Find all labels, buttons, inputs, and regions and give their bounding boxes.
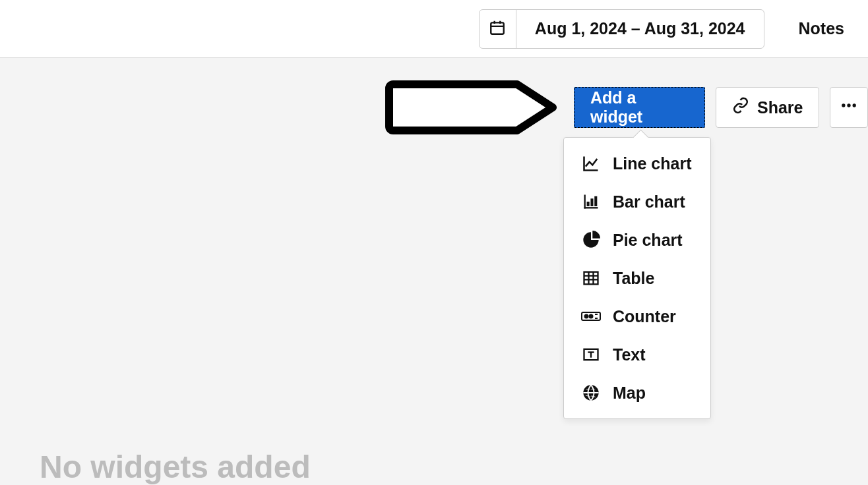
share-label: Share bbox=[757, 98, 803, 117]
share-button[interactable]: Share bbox=[716, 87, 819, 128]
dropdown-item-label: Bar chart bbox=[613, 192, 685, 212]
dropdown-item-label: Table bbox=[613, 269, 654, 288]
dropdown-item-table[interactable]: Table bbox=[564, 259, 710, 297]
dashboard-canvas: Add a widget Share bbox=[0, 58, 868, 485]
svg-rect-9 bbox=[587, 202, 590, 206]
svg-rect-0 bbox=[491, 22, 505, 34]
add-widget-label: Add a widget bbox=[590, 88, 689, 127]
svg-point-6 bbox=[853, 103, 856, 107]
add-widget-button[interactable]: Add a widget bbox=[574, 87, 705, 128]
svg-rect-7 bbox=[584, 195, 586, 209]
svg-point-5 bbox=[848, 103, 851, 107]
dashboard-toolbar: Add a widget Share bbox=[574, 87, 868, 128]
link-icon bbox=[732, 97, 749, 118]
bar-chart-icon bbox=[581, 192, 601, 212]
table-icon bbox=[581, 268, 601, 288]
date-range-text[interactable]: Aug 1, 2024 – Aug 31, 2024 bbox=[516, 10, 764, 48]
notes-link[interactable]: Notes bbox=[799, 19, 844, 38]
svg-point-4 bbox=[842, 103, 845, 107]
svg-point-19 bbox=[590, 315, 593, 318]
dropdown-item-counter[interactable]: Counter bbox=[564, 297, 710, 335]
empty-state-message: No widgets added bbox=[40, 449, 311, 485]
pointer-tag-annotation bbox=[385, 80, 557, 134]
svg-rect-12 bbox=[584, 272, 598, 285]
more-options-button[interactable] bbox=[830, 87, 868, 128]
svg-rect-10 bbox=[590, 198, 593, 206]
add-widget-dropdown: Line chart Bar chart Pie ch bbox=[563, 137, 711, 419]
dropdown-item-label: Text bbox=[613, 345, 646, 364]
text-icon bbox=[581, 345, 601, 364]
calendar-icon bbox=[489, 19, 506, 39]
dropdown-item-map[interactable]: Map bbox=[564, 374, 710, 412]
top-bar: Aug 1, 2024 – Aug 31, 2024 Notes bbox=[0, 0, 868, 58]
dropdown-item-bar-chart[interactable]: Bar chart bbox=[564, 183, 710, 221]
dropdown-item-label: Line chart bbox=[613, 154, 691, 173]
dropdown-item-text[interactable]: Text bbox=[564, 335, 710, 374]
svg-rect-8 bbox=[584, 207, 598, 208]
calendar-button[interactable] bbox=[480, 10, 516, 48]
pie-chart-icon bbox=[581, 230, 601, 250]
dropdown-item-label: Pie chart bbox=[613, 231, 683, 250]
counter-icon bbox=[581, 306, 601, 326]
dropdown-item-pie-chart[interactable]: Pie chart bbox=[564, 221, 710, 259]
line-chart-icon bbox=[581, 154, 601, 173]
svg-rect-11 bbox=[594, 196, 597, 206]
dropdown-item-label: Map bbox=[613, 384, 646, 403]
svg-point-18 bbox=[585, 315, 588, 318]
globe-icon bbox=[581, 383, 601, 403]
ellipsis-icon bbox=[840, 96, 858, 119]
dropdown-item-line-chart[interactable]: Line chart bbox=[564, 144, 710, 183]
dropdown-item-label: Counter bbox=[613, 307, 676, 326]
date-range-picker[interactable]: Aug 1, 2024 – Aug 31, 2024 bbox=[479, 9, 764, 49]
